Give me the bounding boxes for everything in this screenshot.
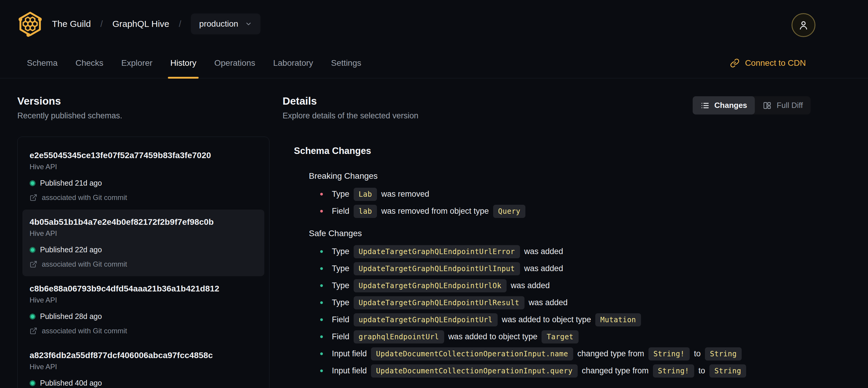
bullet-icon xyxy=(320,193,323,196)
published-dot-icon xyxy=(30,380,35,386)
user-menu-button[interactable] xyxy=(792,13,815,37)
change-list: TypeUpdateTargetGraphQLEndpointUrlErrorw… xyxy=(320,243,811,379)
version-published-status: Published 22d ago xyxy=(30,245,257,254)
change-group-title: Breaking Changes xyxy=(309,171,811,181)
tab-history[interactable]: History xyxy=(161,48,205,78)
change-group-title: Safe Changes xyxy=(309,229,811,238)
code-chip: Target xyxy=(541,330,579,344)
tab-explorer[interactable]: Explorer xyxy=(112,48,161,78)
details-panel: Details Explore details of the selected … xyxy=(283,95,811,379)
version-card[interactable]: a823f6db2a55df877dcf406006abca97fcc4858c… xyxy=(18,343,269,388)
code-chip: UpdateTargetGraphQLEndpointUrlError xyxy=(354,245,520,258)
nav-tabs: SchemaChecksExplorerHistoryOperationsLab… xyxy=(18,48,370,78)
change-text: Field xyxy=(332,315,349,324)
git-commit-link[interactable]: associated with Git commit xyxy=(30,193,257,202)
code-chip: Mutation xyxy=(595,313,641,326)
code-chip: UpdateTargetGraphQLEndpointUrlResult xyxy=(354,296,525,309)
breadcrumb: The Guild / GraphQL Hive / production xyxy=(52,13,260,34)
version-service: Hive API xyxy=(30,296,257,304)
change-item: TypeUpdateTargetGraphQLEndpointUrlResult… xyxy=(320,294,811,311)
bullet-icon xyxy=(320,369,323,372)
published-text: Published 22d ago xyxy=(40,245,102,254)
code-chip: UpdateTargetGraphQLEndpointUrlOk xyxy=(354,279,506,292)
published-dot-icon xyxy=(30,180,35,186)
change-list: TypeLabwas removedFieldlabwas removed fr… xyxy=(320,186,811,220)
org-link[interactable]: The Guild xyxy=(52,19,91,29)
change-text: Input field xyxy=(332,349,367,358)
code-chip: UpdateDocumentCollectionOperationInput.n… xyxy=(371,347,573,360)
code-chip: graphqlEndpointUrl xyxy=(354,330,444,344)
git-commit-text: associated with Git commit xyxy=(42,327,127,335)
published-text: Published 21d ago xyxy=(40,179,102,187)
code-chip: updateTargetGraphQLEndpointUrl xyxy=(354,313,498,326)
tab-settings[interactable]: Settings xyxy=(322,48,370,78)
change-text: to xyxy=(694,349,701,358)
code-chip: String xyxy=(709,364,746,378)
connect-to-cdn-label: Connect to CDN xyxy=(745,58,806,68)
bullet-icon xyxy=(320,210,323,212)
git-commit-link[interactable]: associated with Git commit xyxy=(30,260,257,268)
version-list: e2e55045345ce13fe07f52a77459b83fa3fe7020… xyxy=(17,137,270,388)
app-header: The Guild / GraphQL Hive / production xyxy=(0,0,868,48)
version-card[interactable]: 4b05ab51b1b4a7e2e4b0ef82172f2b9f7ef98c0b… xyxy=(22,210,265,276)
external-link-icon xyxy=(30,327,37,335)
bullet-icon xyxy=(320,352,323,355)
main-nav: SchemaChecksExplorerHistoryOperationsLab… xyxy=(0,48,868,78)
safe-changes-group: Safe ChangesTypeUpdateTargetGraphQLEndpo… xyxy=(309,229,811,379)
change-item: Fieldlabwas removed from object typeQuer… xyxy=(320,203,811,220)
change-text: Type xyxy=(332,264,349,273)
connect-to-cdn-button[interactable]: Connect to CDN xyxy=(730,48,806,78)
change-item: TypeUpdateTargetGraphQLEndpointUrlErrorw… xyxy=(320,243,811,260)
split-panels-icon xyxy=(763,101,772,110)
changes-view-button[interactable]: Changes xyxy=(693,96,755,115)
bullet-icon xyxy=(320,267,323,270)
git-commit-link[interactable]: associated with Git commit xyxy=(30,327,257,335)
change-item: FieldgraphqlEndpointUrlwas added to obje… xyxy=(320,328,811,345)
chevron-down-icon xyxy=(245,20,252,28)
change-item: FieldupdateTargetGraphQLEndpointUrlwas a… xyxy=(320,311,811,328)
change-item: TypeUpdateTargetGraphQLEndpointUrlInputw… xyxy=(320,260,811,277)
bullet-icon xyxy=(320,250,323,253)
version-service: Hive API xyxy=(30,162,257,171)
change-text: was removed from object type xyxy=(381,207,489,216)
external-link-icon xyxy=(30,260,37,268)
project-link[interactable]: GraphQL Hive xyxy=(112,19,169,29)
hive-logo-icon[interactable] xyxy=(17,11,43,37)
version-hash: c8b6e88a06793b9c4dfd54aaa21b36a1b421d812 xyxy=(30,284,257,294)
code-chip: UpdateTargetGraphQLEndpointUrlInput xyxy=(354,262,520,275)
change-item: Input fieldUpdateDocumentCollectionOpera… xyxy=(320,362,811,379)
tab-schema[interactable]: Schema xyxy=(18,48,67,78)
version-card[interactable]: c8b6e88a06793b9c4dfd54aaa21b36a1b421d812… xyxy=(18,276,269,343)
version-service: Hive API xyxy=(30,363,257,371)
breadcrumb-separator: / xyxy=(100,19,103,29)
details-title: Details xyxy=(283,95,418,107)
published-dot-icon xyxy=(30,314,35,320)
change-text: changed type from xyxy=(577,349,644,358)
schema-changes-title: Schema Changes xyxy=(294,146,811,156)
tab-laboratory[interactable]: Laboratory xyxy=(264,48,322,78)
version-published-status: Published 40d ago xyxy=(30,379,257,387)
version-hash: a823f6db2a55df877dcf406006abca97fcc4858c xyxy=(30,351,257,360)
code-chip: String xyxy=(705,347,742,360)
schema-changes-section: Schema Changes Breaking ChangesTypeLabwa… xyxy=(294,146,811,379)
code-chip: Lab xyxy=(354,188,377,201)
change-text: was removed xyxy=(381,189,429,199)
external-link-icon xyxy=(30,194,37,202)
change-text: changed type from xyxy=(582,366,649,376)
change-text: was added xyxy=(529,298,568,307)
version-service: Hive API xyxy=(30,229,257,238)
change-text: was added xyxy=(524,264,563,273)
versions-title: Versions xyxy=(17,95,270,107)
tab-operations[interactable]: Operations xyxy=(205,48,264,78)
changes-view-label: Changes xyxy=(714,101,747,110)
full-diff-view-button[interactable]: Full Diff xyxy=(755,96,811,115)
change-text: Input field xyxy=(332,366,367,376)
bullet-icon xyxy=(320,301,323,304)
tab-checks[interactable]: Checks xyxy=(67,48,112,78)
version-card[interactable]: e2e55045345ce13fe07f52a77459b83fa3fe7020… xyxy=(18,143,269,210)
code-chip: String! xyxy=(653,364,694,378)
change-text: Type xyxy=(332,189,349,199)
target-selector-dropdown[interactable]: production xyxy=(191,13,260,34)
version-published-status: Published 21d ago xyxy=(30,179,257,187)
change-text: was added xyxy=(524,247,563,256)
